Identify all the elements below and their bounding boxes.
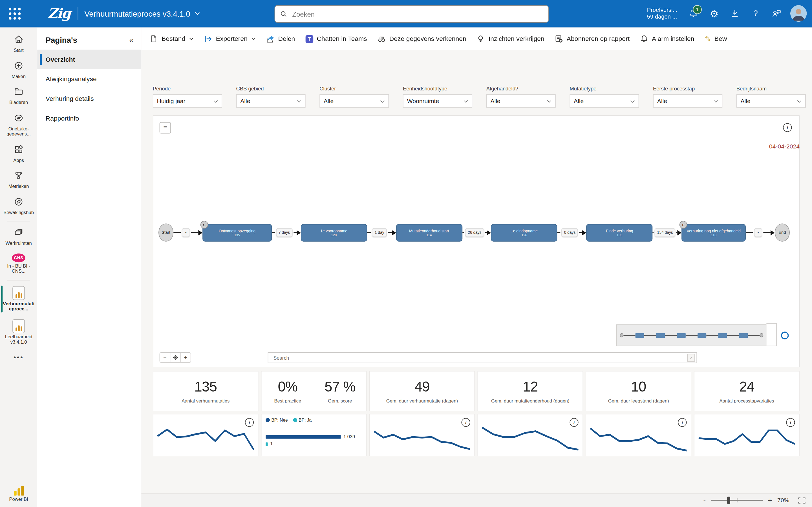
process-step-3[interactable]: Mutatieonderhoud start114 (396, 224, 462, 241)
filter-label: Eerste processtap (653, 86, 722, 92)
filter-dropdown[interactable]: Huidig jaar (153, 94, 222, 108)
edge-duration-label: 0 days (562, 228, 578, 237)
zoom-out-button[interactable]: − (160, 353, 170, 362)
trial-status[interactable]: Proefversi...59 dagen ... (647, 7, 677, 20)
trend-card-1[interactable]: i (153, 414, 259, 456)
sidebar-item-apps[interactable]: Apps (0, 140, 37, 167)
filter-dropdown[interactable]: Alle (569, 94, 639, 108)
process-search-input[interactable] (272, 354, 687, 361)
feedback-button[interactable] (767, 5, 785, 22)
sidebar-item-maken[interactable]: Maken (0, 57, 37, 83)
global-search[interactable] (274, 5, 549, 22)
filter-dropdown[interactable]: Woonruimte (403, 94, 472, 108)
process-map-visual[interactable]: ≡ i Start-SOntvangst opzegging1357 days1… (153, 115, 800, 367)
toolbar-exporteren-button[interactable]: Exporteren (204, 35, 256, 43)
filter-dropdown[interactable]: Alle (486, 94, 556, 108)
settings-button[interactable]: ⚙ (705, 5, 723, 22)
info-icon[interactable]: i (678, 418, 687, 427)
minimap-margin (766, 323, 777, 346)
sidebar-item-bladeren[interactable]: Bladeren (0, 83, 37, 109)
info-icon[interactable]: i (569, 418, 578, 427)
waffle-menu-icon[interactable] (4, 3, 25, 24)
search-option-icon[interactable]: ✓ (687, 354, 695, 362)
filter-dropdown[interactable]: Alle (236, 94, 306, 108)
filter-dropdown[interactable]: Alle (319, 94, 389, 108)
process-end-node[interactable]: End (775, 223, 790, 241)
process-step-4[interactable]: 1e eindopname126 (491, 224, 557, 241)
zoom-in-button[interactable]: + (180, 353, 191, 362)
collapse-pages-icon[interactable]: « (130, 36, 134, 45)
page-item-verhuring-details[interactable]: Verhuring details (37, 89, 141, 109)
fit-center-button[interactable] (170, 353, 180, 362)
arrowhead-icon (770, 230, 775, 235)
report-title-dropdown[interactable]: Verhuurmutatieproces v3.4.1.0 (84, 9, 200, 18)
kpi-card-3[interactable]: 49Gem. duur verhuurmutatie (dagen) (369, 371, 475, 411)
page-item-overzicht[interactable]: Overzicht (37, 50, 141, 69)
powerbi-home-button[interactable]: Power BI (0, 482, 37, 507)
zoom-in-control[interactable]: + (768, 496, 772, 504)
sidebar-item-onelake[interactable]: OneLake-gegevens... (0, 109, 37, 140)
notifications-button[interactable]: 1 (684, 5, 702, 22)
sidebar-item-label: In - BU BI - CNS... (2, 263, 35, 274)
zoom-slider-handle[interactable] (727, 497, 730, 504)
process-search[interactable]: ✓ (268, 352, 697, 363)
page-item-rapportinfo[interactable]: Rapportinfo (37, 109, 141, 128)
toolbar-chatten-in-teams-button[interactable]: TChatten in Teams (305, 35, 367, 43)
kpi-card-4[interactable]: 12Gem. duur mutatieonderhoud (dagen) (477, 371, 583, 411)
zoom-slider[interactable] (711, 497, 763, 504)
toolbar-item-label: Alarm instellen (652, 35, 695, 43)
sidebar-item-bu-bi-cns[interactable]: CNSIn - BU BI - CNS... (0, 249, 37, 277)
process-step-1[interactable]: SOntvangst opzegging135 (202, 224, 272, 241)
info-icon[interactable]: i (786, 418, 795, 427)
minimap-line (686, 335, 698, 335)
search-input[interactable] (291, 10, 543, 18)
kpi-card-6[interactable]: 24Aantal processtapvariaties (694, 371, 800, 411)
trend-card-6[interactable]: i (694, 414, 800, 456)
sidebar-item-werkruimten[interactable]: Werkruimten (0, 223, 37, 249)
zoom-out-control[interactable]: - (703, 496, 706, 504)
sidebar-item-leefbaarheid[interactable]: Leefbaarheid v3.4.1.0 (0, 315, 37, 348)
kpi-metric: 49Gem. duur verhuurmutatie (dagen) (370, 379, 474, 403)
sidebar-item-start[interactable]: Start (0, 31, 37, 57)
toolbar-inzichten-verkrijgen-button[interactable]: Inzichten verkrijgen (477, 35, 545, 43)
info-icon[interactable]: i (783, 123, 792, 132)
sidebar-item-verhuurmutatieproces[interactable]: Verhuurmutatieproce... (0, 282, 37, 316)
toolbar-abonneren-button[interactable]: Abonneren op rapport (555, 35, 629, 43)
edge-line (173, 232, 181, 233)
help-button[interactable]: ? (747, 5, 764, 22)
trend-card-2[interactable]: BP: NeeBP: Ja1.0391 (261, 414, 367, 456)
toolbar-delen-button[interactable]: Delen (266, 35, 295, 43)
process-start-node[interactable]: Start (158, 223, 173, 241)
page-item-afwijkingsanalyse[interactable]: Afwijkingsanalyse (37, 69, 141, 89)
process-step-2[interactable]: 1e vooropname128 (301, 224, 367, 241)
kpi-card-5[interactable]: 10Gem. duur leegstand (dagen) (586, 371, 691, 411)
toolbar-alarm-instellen-button[interactable]: Alarm instellen (640, 35, 695, 43)
toolbar-bestand-button[interactable]: Bestand (150, 35, 194, 43)
minimap-handle[interactable] (781, 332, 789, 339)
trend-card-3[interactable]: i (369, 414, 475, 456)
zoom-percentage[interactable]: 70% (777, 497, 793, 503)
fit-to-page-button[interactable] (798, 497, 806, 504)
sidebar-item-more[interactable]: ••• (0, 348, 37, 365)
trend-card-4[interactable]: i (477, 414, 583, 456)
process-edge: - (173, 228, 202, 237)
avatar[interactable] (790, 5, 807, 22)
kpi-card-2[interactable]: 0%Best practice57 %Gem. score (261, 371, 367, 411)
process-minimap[interactable] (616, 325, 767, 346)
process-step-6[interactable]: EVerhuring nog niet afgehandeld118 (681, 224, 746, 241)
info-icon[interactable]: i (245, 418, 254, 427)
process-step-5[interactable]: Einde verhuring135 (587, 224, 653, 241)
filter-dropdown[interactable]: Alle (653, 94, 722, 108)
download-button[interactable] (726, 5, 744, 22)
sidebar-item-bewakingshub[interactable]: Bewakingshub (0, 193, 37, 219)
monitor-eye-icon (13, 196, 24, 209)
filter-dropdown[interactable]: Alle (737, 94, 806, 108)
info-icon[interactable]: i (462, 418, 470, 427)
trend-card-5[interactable]: i (586, 414, 691, 456)
kpi-card-1[interactable]: 135Aantal verhuurmutaties (153, 371, 259, 411)
toolbar-bewerken-button[interactable]: ✎Bew (705, 35, 727, 43)
hamburger-menu-icon[interactable]: ≡ (160, 122, 171, 133)
kpi-label: Gem. duur mutatieonderhoud (dagen) (491, 398, 569, 403)
sidebar-item-metrieken[interactable]: Metrieken (0, 166, 37, 193)
toolbar-gegevens-verkennen-button[interactable]: Deze gegevens verkennen (377, 35, 466, 43)
